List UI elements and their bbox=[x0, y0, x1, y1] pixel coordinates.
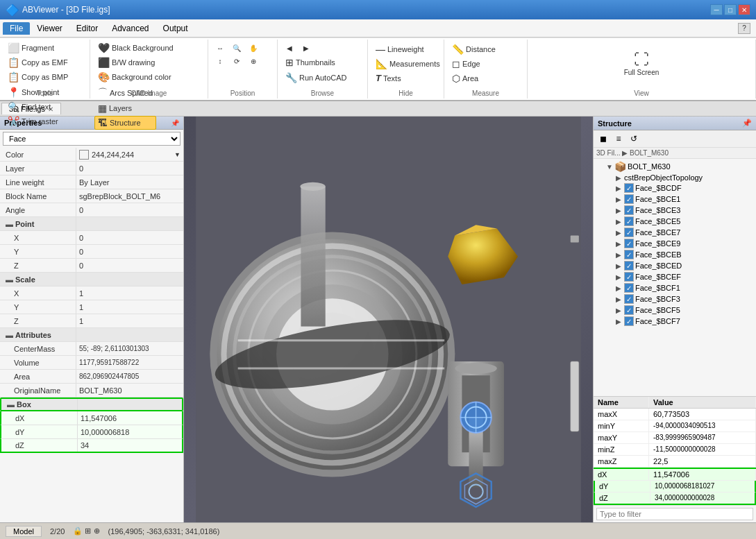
face-bcef-label: Face_$BCEF bbox=[635, 273, 681, 281]
tree-node-face-bcf1[interactable]: ▶ ✓ Face_$BCF1 bbox=[595, 282, 755, 293]
pos-btn-3[interactable]: ✋ bbox=[246, 42, 261, 54]
tree-node-face-bceb[interactable]: ▶ ✓ Face_$BCEB bbox=[595, 249, 755, 260]
tree-node-face-bce3[interactable]: ▶ ✓ Face_$BCE3 bbox=[595, 205, 755, 216]
tree-node-cstbrep[interactable]: ▶ cstBrepObjectTopology bbox=[595, 173, 755, 182]
face-bcef-checkbox[interactable]: ✓ bbox=[624, 272, 634, 282]
face-bce5-checkbox[interactable]: ✓ bbox=[624, 216, 634, 226]
fullscreen-icon: ⛶ bbox=[634, 51, 649, 69]
lineweight-button[interactable]: — Lineweight bbox=[372, 42, 439, 56]
box-section: ▬Box bbox=[0, 397, 183, 411]
face-bcf5-checkbox[interactable]: ✓ bbox=[624, 305, 634, 315]
attrs-section: ▬Attributes bbox=[0, 328, 183, 342]
edge-button[interactable]: ◻ Edge bbox=[448, 57, 523, 71]
thumbnails-button[interactable]: ⊞ Thumbnails bbox=[282, 55, 363, 69]
face-bcf3-checkbox[interactable]: ✓ bbox=[624, 294, 634, 304]
face-bcf1-label: Face_$BCF1 bbox=[635, 284, 680, 292]
face-bceb-checkbox[interactable]: ✓ bbox=[624, 250, 634, 259]
tree-node-face-bcf3[interactable]: ▶ ✓ Face_$BCF3 bbox=[595, 293, 755, 305]
scale-x-label: X bbox=[0, 286, 76, 300]
point-z-label: Z bbox=[0, 259, 76, 272]
measure-group-label: Measure bbox=[444, 89, 527, 97]
copy-bmp-button[interactable]: 📋 Copy as BMP bbox=[4, 70, 72, 84]
face-bced-checkbox[interactable]: ✓ bbox=[624, 261, 634, 271]
face-bce9-checkbox[interactable]: ✓ bbox=[624, 239, 634, 248]
fragment-button[interactable]: ⬜ Fragment bbox=[4, 41, 72, 55]
minimize-button[interactable]: ─ bbox=[710, 4, 723, 15]
attrs-toggle[interactable]: ▬ bbox=[6, 331, 14, 339]
find-text-button[interactable]: 🔍 Find text bbox=[4, 100, 62, 114]
struct-collapse-all[interactable]: ◼ bbox=[596, 132, 610, 146]
struct-expand[interactable]: ≡ bbox=[612, 132, 625, 146]
tree-node-face-bce7[interactable]: ▶ ✓ Face_$BCE7 bbox=[595, 227, 755, 238]
copy-emf-button[interactable]: 📋 Copy as EMF bbox=[4, 55, 72, 69]
attr-dz-name: dZ bbox=[595, 493, 650, 504]
next-button[interactable]: ▶ bbox=[299, 42, 314, 54]
pos-btn-1[interactable]: ↔ bbox=[212, 42, 228, 54]
tree-node-face-bce9[interactable]: ▶ ✓ Face_$BCE9 bbox=[595, 238, 755, 249]
bolt-m630-toggle[interactable]: ▼ bbox=[606, 163, 614, 171]
ribbon-group-hide: — Lineweight 📐 Measurements T Texts Hide bbox=[368, 40, 444, 99]
pos-btn-5[interactable]: ⟳ bbox=[229, 55, 244, 67]
pos-btn-4[interactable]: ↕ bbox=[212, 55, 228, 67]
tree-node-face-bce1[interactable]: ▶ ✓ Face_$BCE1 bbox=[595, 194, 755, 205]
distance-icon: 📏 bbox=[452, 44, 464, 55]
face-bce3-checkbox[interactable]: ✓ bbox=[624, 205, 634, 215]
scale-toggle[interactable]: ▬ bbox=[6, 275, 14, 284]
lineweight-row: Line weight By Layer bbox=[0, 176, 183, 189]
point-toggle[interactable]: ▬ bbox=[6, 220, 14, 228]
svg-rect-23 bbox=[301, 187, 325, 327]
tree-node-face-bcf5[interactable]: ▶ ✓ Face_$BCF5 bbox=[595, 305, 755, 316]
struct-refresh[interactable]: ↺ bbox=[627, 132, 641, 146]
black-bg-button[interactable]: 🖤 Black Background bbox=[94, 41, 177, 55]
viewport[interactable] bbox=[184, 117, 593, 522]
menu-editor[interactable]: Editor bbox=[69, 22, 105, 35]
structure-button[interactable]: 🏗 Structure bbox=[94, 116, 156, 130]
pos-btn-6[interactable]: ⊕ bbox=[246, 55, 261, 67]
fullscreen-button[interactable]: ⛶ Full Screen bbox=[621, 42, 663, 84]
tree-node-face-bcdf[interactable]: ▶ ✓ Face_$BCDF bbox=[595, 182, 755, 194]
face-bce7-checkbox[interactable]: ✓ bbox=[624, 228, 634, 237]
tree-node-face-bcef[interactable]: ▶ ✓ Face_$BCEF bbox=[595, 271, 755, 282]
area-button[interactable]: ⬡ Area bbox=[448, 71, 523, 85]
face-bce1-checkbox[interactable]: ✓ bbox=[624, 194, 634, 204]
ribbon-group-tools: ⬜ Fragment 📋 Copy as EMF 📋 Copy as BMP 📍 bbox=[0, 40, 90, 99]
filter-input[interactable] bbox=[596, 508, 753, 520]
attrs-section-label: ▬Attributes bbox=[0, 328, 76, 341]
face-bcdf-checkbox[interactable]: ✓ bbox=[624, 183, 634, 193]
face-bcf1-checkbox[interactable]: ✓ bbox=[624, 283, 634, 293]
angle-label: Angle bbox=[0, 203, 76, 216]
bg-color-button[interactable]: 🎨 Background color bbox=[94, 70, 177, 84]
run-autocad-button[interactable]: 🔧 Run AutoCAD bbox=[282, 71, 363, 85]
tree-area[interactable]: ▼ 📦 BOLT_M630 ▶ cstBrepObjectTopology ▶ … bbox=[594, 159, 756, 396]
face-bcdf-toggle[interactable]: ▶ bbox=[616, 185, 624, 192]
tree-node-bolt-m630[interactable]: ▼ 📦 BOLT_M630 bbox=[595, 160, 755, 173]
point-y-row: Y 0 bbox=[0, 245, 183, 259]
pos-icon-1: ↔ bbox=[217, 44, 224, 52]
tree-node-face-bcf7[interactable]: ▶ ✓ Face_$BCF7 bbox=[595, 316, 755, 327]
bw-drawing-button[interactable]: ⬛ B/W drawing bbox=[94, 55, 177, 69]
distance-button[interactable]: 📏 Distance bbox=[448, 42, 523, 56]
texts-button[interactable]: T Texts bbox=[372, 71, 439, 85]
menu-file[interactable]: File bbox=[3, 22, 30, 35]
layers-button[interactable]: ▦ Layers bbox=[94, 101, 156, 115]
lineweight-label: Line weight bbox=[0, 176, 76, 189]
menu-output[interactable]: Output bbox=[156, 22, 195, 35]
structure-pin-icon[interactable]: 📌 bbox=[742, 119, 752, 128]
tree-node-face-bce5[interactable]: ▶ ✓ Face_$BCE5 bbox=[595, 216, 755, 227]
attr-minz-value: -11,5000000000028 bbox=[649, 444, 756, 455]
help-dropdown[interactable]: ? bbox=[738, 23, 750, 34]
face-bcf7-checkbox[interactable]: ✓ bbox=[624, 316, 634, 326]
menu-advanced[interactable]: Advanced bbox=[105, 22, 156, 35]
prev-button[interactable]: ◀ bbox=[282, 42, 297, 54]
model-tab[interactable]: Model bbox=[6, 526, 42, 537]
menu-viewer[interactable]: Viewer bbox=[30, 22, 69, 35]
pos-btn-2[interactable]: 🔍 bbox=[229, 42, 244, 54]
maximize-button[interactable]: □ bbox=[724, 4, 737, 15]
color-dropdown-btn[interactable]: ▼ bbox=[174, 151, 180, 158]
cstbrep-toggle[interactable]: ▶ bbox=[616, 174, 624, 182]
trim-raster-button[interactable]: ✂️ Trim raster bbox=[4, 114, 62, 128]
measurements-button[interactable]: 📐 Measurements bbox=[372, 57, 439, 71]
tree-node-face-bced[interactable]: ▶ ✓ Face_$BCED bbox=[595, 260, 755, 271]
close-button[interactable]: ✕ bbox=[738, 4, 750, 15]
box-toggle[interactable]: ▬ bbox=[7, 400, 15, 409]
